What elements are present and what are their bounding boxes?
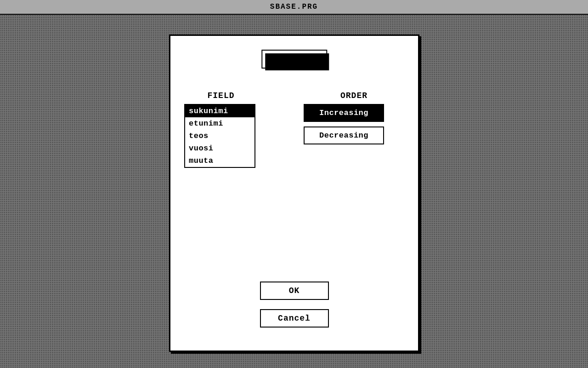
order-column: ORDER Increasing Decreasing — [258, 91, 404, 168]
field-item-teos[interactable]: teos — [185, 130, 254, 142]
app-title: SBASE.PRG — [270, 3, 318, 11]
field-item-muuta[interactable]: muuta — [185, 155, 254, 167]
decreasing-button[interactable]: Decreasing — [304, 126, 384, 144]
columns-container: FIELD sukunimi etunimi teos vuosi muuta … — [170, 82, 418, 168]
dialog-title: Sorting — [261, 50, 327, 69]
order-buttons-container: Increasing Decreasing — [304, 104, 404, 144]
field-item-etunimi[interactable]: etunimi — [185, 117, 254, 130]
field-item-vuosi[interactable]: vuosi — [185, 142, 254, 155]
cancel-button[interactable]: Cancel — [260, 309, 329, 328]
dialog-body: FIELD sukunimi etunimi teos vuosi muuta … — [170, 82, 418, 351]
ok-button[interactable]: OK — [260, 282, 329, 300]
order-label: ORDER — [304, 91, 404, 100]
bottom-buttons: OK Cancel — [260, 282, 329, 328]
sorting-dialog: Sorting FIELD sukunimi etunimi teos vuos… — [169, 34, 419, 352]
title-bar: SBASE.PRG — [0, 0, 588, 15]
increasing-button[interactable]: Increasing — [304, 104, 384, 122]
field-column: FIELD sukunimi etunimi teos vuosi muuta — [184, 91, 258, 168]
field-label: FIELD — [184, 91, 258, 100]
field-list: sukunimi etunimi teos vuosi muuta — [184, 104, 255, 168]
field-item-sukunimi[interactable]: sukunimi — [185, 105, 254, 117]
